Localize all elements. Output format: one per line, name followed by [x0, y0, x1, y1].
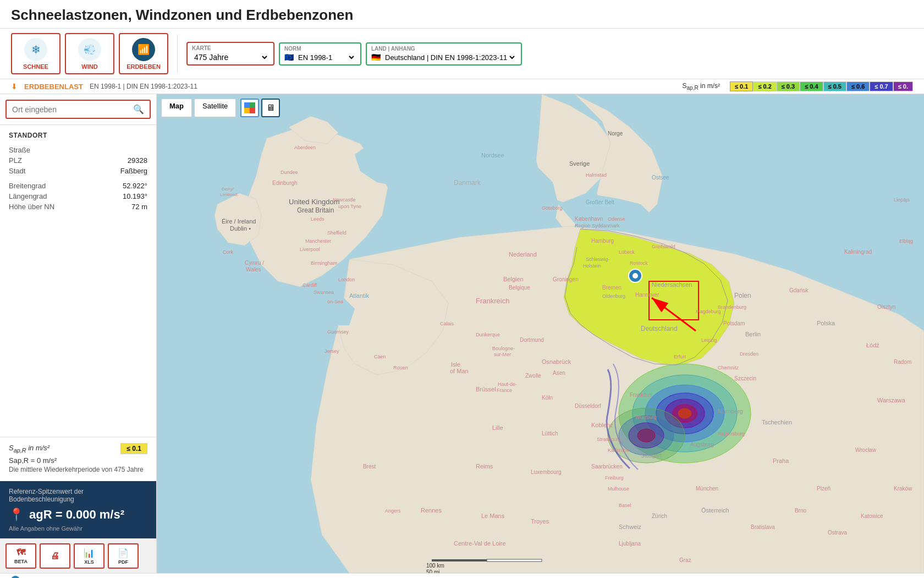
legend-item-07[interactable]: ≤ 0.7 — [870, 81, 893, 91]
norm-select[interactable]: EN 1998-1 EN 1998-5 — [296, 53, 356, 62]
svg-text:Cork: Cork — [223, 249, 234, 255]
svg-text:Centre-Val de Loire: Centre-Val de Loire — [454, 540, 506, 547]
legend-item-05[interactable]: ≤ 0.5 — [823, 81, 846, 91]
norm-info-text: EN 1998-1 | DIN EN 1998-1:2023-11 — [90, 83, 197, 90]
standort-section: STANDORT Straße PLZ 29328 Stadt Faßberg … — [0, 125, 156, 437]
svg-text:Hamburg: Hamburg — [591, 238, 614, 244]
svg-text:Radom: Radom — [894, 359, 911, 365]
plz-value: 29328 — [128, 156, 147, 165]
legend-item-03[interactable]: ≤ 0.3 — [777, 81, 800, 91]
svg-text:Graz: Graz — [679, 557, 691, 563]
land-select[interactable]: Deutschland | DIN EN 1998-1:2023-11 Öste… — [383, 53, 516, 62]
svg-text:Freiburg: Freiburg — [605, 475, 624, 481]
svg-text:Rostock: Rostock — [630, 260, 648, 266]
map-tab-map[interactable]: Map — [161, 99, 192, 117]
search-input[interactable] — [12, 105, 133, 114]
svg-text:Kaliningrad: Kaliningrad — [844, 249, 872, 255]
standort-row-hoehe: Höhe über NN 72 m — [9, 201, 147, 212]
svg-text:Augsburg: Augsburg — [690, 441, 714, 448]
svg-text:Kraków: Kraków — [894, 486, 912, 492]
svg-text:Berlin: Berlin — [745, 331, 761, 337]
svg-rect-0 — [244, 102, 250, 108]
svg-point-11 — [678, 408, 691, 418]
map-svg: United Kingdom Great Britain Éire / Irel… — [157, 94, 924, 573]
footer: i Geo-Zonen-Tool für Lastermittlung | We… — [0, 573, 924, 578]
svg-text:Groningen: Groningen — [553, 276, 579, 282]
breitengrad-label: Breitengrad — [9, 182, 46, 190]
map-monitor-icon[interactable]: 🖥 — [261, 99, 280, 117]
map-tab-satellite[interactable]: Satellite — [194, 99, 236, 117]
svg-text:Gdańsk: Gdańsk — [789, 287, 809, 293]
toolbar-separator — [177, 35, 178, 73]
svg-text:Ostrava: Ostrava — [828, 530, 847, 536]
standort-divider — [9, 176, 147, 181]
svg-text:Caen: Caen — [374, 354, 386, 359]
xls-label: XLS — [84, 559, 94, 565]
legend-item-04[interactable]: ≤ 0.4 — [800, 81, 823, 91]
print-icon: 🖨 — [51, 551, 59, 561]
standort-row-stadt: Stadt Faßberg — [9, 166, 147, 176]
standort-row-laengengrad: Längengrad 10.193° — [9, 191, 147, 201]
svg-text:Liverpool: Liverpool — [300, 247, 320, 252]
svg-text:Holstein: Holstein — [583, 263, 601, 269]
beta-button[interactable]: 🗺 BETA — [6, 543, 36, 569]
svg-text:Osnabrück: Osnabrück — [542, 358, 571, 365]
search-icon[interactable]: 🔍 — [133, 104, 144, 114]
toolbar: ❄ SCHNEE 💨 WIND 📶 ERDBEBEN KARTE 475 Jah… — [0, 29, 924, 79]
svg-text:Haut-de-: Haut-de- — [498, 381, 517, 387]
beta-label: BETA — [14, 559, 28, 564]
svg-text:Isle: Isle — [451, 361, 460, 368]
map-area[interactable]: Map Satellite 🖥 — [157, 94, 924, 573]
schnee-button[interactable]: ❄ SCHNEE — [11, 33, 61, 74]
wind-button[interactable]: 💨 WIND — [65, 33, 114, 74]
pdf-button[interactable]: 📄 PDF — [108, 543, 139, 569]
svg-text:Sheffield: Sheffield — [327, 230, 346, 236]
svg-text:Edinburgh: Edinburgh — [272, 180, 298, 186]
legend-item-08[interactable]: ≤ 0. — [893, 81, 913, 91]
svg-text:Warszawa: Warszawa — [877, 397, 906, 403]
svg-text:Liepāja: Liepāja — [894, 197, 910, 203]
xls-icon: 📊 — [84, 548, 95, 558]
map-google-icon[interactable] — [240, 99, 259, 117]
referenz-value: agR = 0.000 m/s² — [29, 508, 124, 522]
svg-text:Greifswald: Greifswald — [652, 244, 675, 249]
erdbeben-button[interactable]: 📶 ERDBEBEN — [119, 33, 168, 74]
svg-text:Dublin •: Dublin • — [230, 225, 251, 232]
xls-button[interactable]: 📊 XLS — [74, 543, 105, 569]
referenz-title: Referenz-Spitzenwert der Bodenbeschleuni… — [9, 488, 147, 503]
svg-text:Oldenburg: Oldenburg — [602, 293, 625, 299]
legend-item-01[interactable]: ≤ 0.1 — [730, 81, 753, 91]
sidebar: 🔍 STANDORT Straße PLZ 29328 Stadt Faßber… — [0, 94, 157, 573]
svg-text:Great Britain: Great Britain — [297, 206, 334, 214]
karte-select[interactable]: 475 Jahre 100 Jahre 975 Jahre 2475 Jahre — [192, 52, 269, 62]
erdbeben-icon: 📶 — [132, 38, 155, 61]
svg-point-17 — [632, 273, 638, 279]
svg-text:Frankreich: Frankreich — [476, 297, 509, 305]
svg-rect-88 — [487, 559, 542, 561]
svg-text:Wrocław: Wrocław — [855, 447, 877, 453]
svg-text:Swansea: Swansea — [314, 290, 334, 295]
laengengrad-value: 10.193° — [123, 192, 147, 200]
svg-text:Olsztyn: Olsztyn — [877, 304, 895, 310]
svg-text:München: München — [696, 486, 718, 492]
svg-text:Polska: Polska — [817, 320, 835, 326]
svg-text:Nürnberg: Nürnberg — [718, 408, 743, 415]
svg-text:Bratislava: Bratislava — [751, 524, 775, 530]
legend-item-02[interactable]: ≤ 0.2 — [753, 81, 776, 91]
svg-text:Niedersachsen: Niedersachsen — [652, 281, 692, 288]
svg-text:Dortmund: Dortmund — [520, 337, 544, 343]
pdf-icon: 📄 — [118, 548, 129, 558]
svg-text:Nordsee: Nordsee — [481, 152, 504, 159]
schnee-label: SCHNEE — [23, 63, 48, 70]
standort-row-plz: PLZ 29328 — [9, 155, 147, 166]
sap-title: Sap,R in m/s² — [9, 444, 50, 454]
svg-text:Brno: Brno — [795, 508, 807, 514]
map-controls: Map Satellite 🖥 — [161, 99, 280, 117]
print-button[interactable]: 🖨 — [40, 543, 70, 569]
svg-text:Aberdeen: Aberdeen — [294, 145, 316, 150]
land-flag: 🇩🇪 — [371, 53, 381, 62]
svg-text:Schweiz: Schweiz — [619, 524, 641, 530]
svg-text:Ostsee: Ostsee — [652, 175, 669, 181]
legend-item-06[interactable]: ≤ 0.6 — [846, 81, 870, 91]
svg-text:Rouen: Rouen — [393, 365, 408, 370]
